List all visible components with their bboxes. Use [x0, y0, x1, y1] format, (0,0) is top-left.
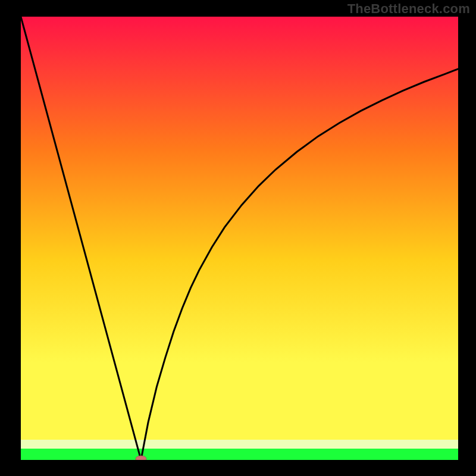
watermark-text: TheBottleneck.com: [347, 1, 470, 17]
bottleneck-chart: [21, 17, 458, 460]
chart-frame: TheBottleneck.com: [0, 0, 476, 476]
gradient-background: [21, 17, 458, 460]
plot-area: [21, 17, 458, 460]
minimum-marker: [136, 456, 146, 460]
